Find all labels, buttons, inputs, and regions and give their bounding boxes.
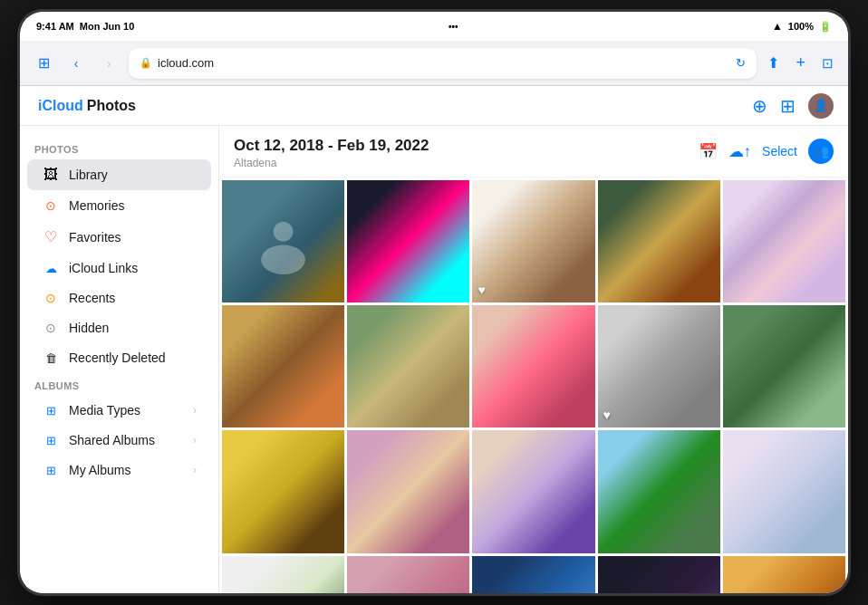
content-title-area: Oct 12, 2018 - Feb 19, 2022 Altadena [234, 137, 429, 169]
photos-text: Photos [87, 98, 136, 114]
memories-icon: ⊙ [42, 198, 60, 213]
status-left: 9:41 AM Mon Jun 10 [36, 21, 134, 32]
photo-cell[interactable] [723, 430, 845, 552]
svg-point-0 [274, 222, 294, 242]
sidebar-item-icloud-links[interactable]: ☁ iCloud Links [27, 254, 211, 283]
sidebar-toggle-btn[interactable]: ⊞ [31, 51, 56, 76]
svg-point-1 [261, 245, 305, 274]
address-bar[interactable]: 🔒 icloud.com ↻ [129, 48, 757, 79]
lock-icon: 🔒 [140, 57, 152, 69]
photo-cell[interactable]: ♥ [598, 305, 720, 427]
favorites-icon: ♡ [42, 228, 60, 245]
calendar-view-btn[interactable]: 📅 [699, 142, 718, 161]
photo-placeholder-1 [222, 180, 344, 302]
url-text: icloud.com [158, 56, 214, 70]
photo-cell[interactable] [222, 430, 344, 552]
share-btn[interactable]: ⬆ [764, 51, 783, 75]
media-types-icon: ⊞ [42, 404, 60, 418]
sidebar-item-memories[interactable]: ⊙ Memories [27, 191, 211, 220]
photo-cell[interactable] [723, 556, 845, 593]
photo-cell[interactable] [472, 305, 594, 427]
sidebar-item-label-shared-albums: Shared Albums [69, 433, 184, 447]
content-header: Oct 12, 2018 - Feb 19, 2022 Altadena 📅 ☁… [219, 126, 848, 178]
status-bar: 9:41 AM Mon Jun 10 ••• ▲ 100% 🔋 [20, 12, 848, 41]
hidden-icon: ⊙ [42, 321, 60, 335]
heart-badge: ♥ [603, 408, 611, 422]
battery-percent: 100% [788, 21, 814, 32]
photos-section-label: Photos [20, 137, 218, 158]
content-area: Oct 12, 2018 - Feb 19, 2022 Altadena 📅 ☁… [219, 126, 848, 593]
status-date: Mon Jun 10 [80, 21, 135, 32]
content-title: Oct 12, 2018 - Feb 19, 2022 [234, 137, 429, 155]
my-albums-chevron: › [193, 464, 197, 476]
heart-badge: ♥ [477, 283, 485, 297]
photo-cell[interactable] [347, 305, 469, 427]
sidebar-item-recently-deleted[interactable]: 🗑 Recently Deleted [27, 343, 211, 372]
battery-icon: 🔋 [819, 21, 832, 33]
icloud-text: iCloud [38, 98, 83, 114]
photo-cell[interactable] [723, 180, 845, 302]
photo-cell[interactable] [598, 556, 720, 593]
select-btn[interactable]: Select [762, 144, 797, 158]
sidebar-item-label-my-albums: My Albums [69, 463, 184, 477]
content-subtitle: Altadena [234, 157, 429, 169]
photo-cell[interactable] [598, 430, 720, 552]
my-albums-icon: ⊞ [42, 464, 60, 477]
grid-view-btn[interactable]: ⊞ [780, 95, 796, 117]
photo-cell[interactable] [723, 305, 845, 427]
upload-btn[interactable]: ☁↑ [728, 142, 752, 161]
app-logo: iCloud Photos [34, 98, 136, 114]
sidebar-item-label-media-types: Media Types [69, 403, 184, 418]
sidebar-item-label-recents: Recents [69, 291, 197, 305]
sidebar-item-label-favorites: Favorites [69, 230, 197, 245]
app-header: iCloud Photos ⊕ ⊞ 👤 [20, 86, 848, 126]
browser-chrome: ⊞ ‹ › 🔒 icloud.com ↻ ⬆ + ⊡ [20, 41, 848, 86]
sidebar-item-favorites[interactable]: ♡ Favorites [27, 221, 211, 253]
photo-cell[interactable] [347, 430, 469, 552]
add-bookmark-btn[interactable]: + [792, 50, 809, 76]
sidebar-item-media-types[interactable]: ⊞ Media Types › [27, 396, 211, 425]
shared-albums-chevron: › [193, 434, 197, 447]
sidebar-item-label-memories: Memories [69, 198, 197, 213]
icloud-links-icon: ☁ [42, 262, 60, 275]
tabs-btn[interactable]: ⊡ [818, 52, 837, 75]
recently-deleted-icon: 🗑 [42, 351, 60, 365]
sidebar-item-recents[interactable]: ⊙ Recents [27, 283, 211, 312]
sidebar-item-my-albums[interactable]: ⊞ My Albums › [27, 456, 211, 485]
sidebar-item-library[interactable]: 🖼 Library [27, 159, 211, 190]
add-photos-btn[interactable]: ⊕ [752, 95, 767, 117]
photo-cell[interactable] [472, 556, 594, 593]
photo-cell[interactable] [222, 556, 344, 593]
app-header-actions: ⊕ ⊞ 👤 [752, 93, 834, 119]
sidebar-item-hidden[interactable]: ⊙ Hidden [27, 313, 211, 342]
content-actions: 📅 ☁↑ Select 👥 [699, 137, 834, 164]
albums-section-label: Albums [20, 373, 218, 395]
photo-cell[interactable] [472, 430, 594, 552]
main-layout: Photos 🖼 Library ⊙ Memories ♡ Favorites … [20, 126, 848, 593]
status-dots: ••• [448, 22, 458, 32]
shared-with-btn[interactable]: 👥 [808, 139, 834, 164]
status-right: ▲ 100% 🔋 [772, 20, 832, 33]
sidebar-item-shared-albums[interactable]: ⊞ Shared Albums › [27, 426, 211, 455]
browser-actions: ⬆ + ⊡ [764, 50, 837, 76]
ipad-screen: 9:41 AM Mon Jun 10 ••• ▲ 100% 🔋 ⊞ ‹ › 🔒 … [20, 12, 848, 593]
reload-icon[interactable]: ↻ [736, 56, 746, 70]
photo-cell[interactable] [347, 556, 469, 593]
forward-btn[interactable]: › [96, 51, 121, 76]
wifi-icon: ▲ [772, 20, 783, 33]
back-btn[interactable]: ‹ [63, 51, 89, 76]
photo-cell[interactable] [598, 180, 720, 302]
sidebar-item-label-icloud-links: iCloud Links [69, 261, 197, 275]
profile-avatar-btn[interactable]: 👤 [808, 93, 834, 119]
recents-icon: ⊙ [42, 291, 60, 305]
photo-cell[interactable]: ♥ [472, 180, 594, 302]
shared-albums-icon: ⊞ [42, 434, 60, 447]
ipad-frame: 9:41 AM Mon Jun 10 ••• ▲ 100% 🔋 ⊞ ‹ › 🔒 … [17, 9, 851, 596]
photo-cell[interactable] [222, 305, 344, 427]
sidebar-item-label-recently-deleted: Recently Deleted [69, 351, 197, 365]
library-icon: 🖼 [42, 167, 60, 183]
photo-cell[interactable] [347, 180, 469, 302]
media-types-chevron: › [193, 404, 197, 417]
photo-cell[interactable] [222, 180, 344, 302]
status-time: 9:41 AM [36, 21, 74, 32]
